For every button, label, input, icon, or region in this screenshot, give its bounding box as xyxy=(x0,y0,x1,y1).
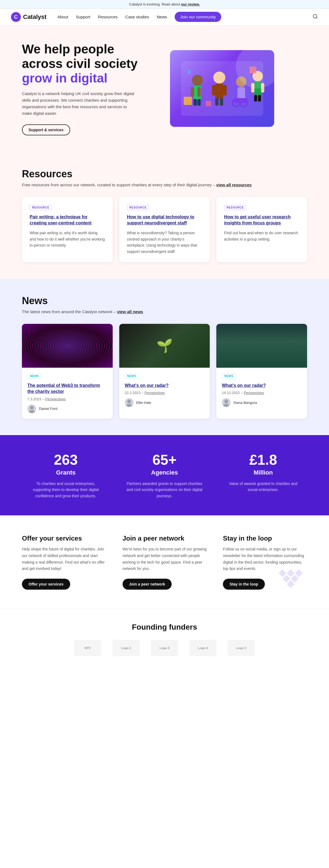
svg-rect-26 xyxy=(184,97,192,105)
svg-rect-40 xyxy=(291,575,299,583)
stat-label-1: Grants xyxy=(22,469,110,476)
cta-col-1: Offer your services Help shape the futur… xyxy=(22,534,106,590)
news-card-2-body: News What's on our radar? 22.2.2023 – Pe… xyxy=(119,368,210,412)
news-author-3: Siana Bangura xyxy=(222,398,302,407)
resource-tag-1: Resource xyxy=(30,205,52,210)
news-card-1-body: News The potential of Web3 to transform … xyxy=(22,368,113,418)
navbar: C Catalyst About Support Resources Case … xyxy=(0,9,329,26)
news-card-2-title[interactable]: What's on our radar? xyxy=(125,382,205,389)
news-image-forest xyxy=(216,324,307,368)
news-title: News xyxy=(22,295,307,307)
news-image-tunnel xyxy=(22,324,113,368)
hero-accent: grow in digital xyxy=(22,71,108,85)
author-name-3: Siana Bangura xyxy=(233,401,257,405)
view-all-news-link[interactable]: view all news xyxy=(117,309,143,314)
news-meta-3: 14.12.2022 – Perspectives xyxy=(222,391,302,395)
svg-rect-6 xyxy=(198,87,201,97)
resources-cards: Resource Pair writing: a technique for c… xyxy=(22,197,307,262)
nav-link-about[interactable]: About xyxy=(58,14,68,19)
stat-number-3: £1.8 xyxy=(219,452,307,468)
news-card-1-title[interactable]: The potential of Web3 to transform the c… xyxy=(27,382,107,395)
stat-label-3: Million xyxy=(219,469,307,476)
svg-rect-16 xyxy=(237,87,245,99)
resource-title-3[interactable]: How to get useful user research insights… xyxy=(224,214,299,226)
svg-point-33 xyxy=(126,404,132,407)
stat-number-2: 65+ xyxy=(121,452,208,468)
news-card-3: News What's on our radar? 14.12.2022 – P… xyxy=(216,324,307,418)
author-avatar-2 xyxy=(125,398,133,407)
funder-logo-1: NTV xyxy=(74,640,101,656)
resource-tag-3: Resource xyxy=(224,205,246,210)
join-community-button[interactable]: Join our community xyxy=(175,12,221,22)
view-all-resources-link[interactable]: view all resources xyxy=(216,183,252,187)
svg-rect-37 xyxy=(287,569,295,577)
hero-illustration xyxy=(170,50,274,127)
nav-link-resources[interactable]: Resources xyxy=(98,14,118,19)
svg-rect-24 xyxy=(254,95,257,102)
svg-rect-25 xyxy=(258,95,261,102)
cta-col-2: Join a peer network We're keen for you t… xyxy=(123,534,207,590)
resource-body-1: What pair writing is, why it's worth doi… xyxy=(30,230,105,248)
svg-point-34 xyxy=(224,400,228,403)
stat-number-1: 263 xyxy=(22,452,110,468)
cta-title-3: Stay in the loop xyxy=(223,534,307,542)
svg-point-0 xyxy=(313,14,317,18)
cta-button-1[interactable]: Offer your services xyxy=(22,579,70,590)
resource-title-1[interactable]: Pair writing: a technique for creating u… xyxy=(30,214,105,226)
svg-rect-19 xyxy=(234,98,248,103)
svg-rect-10 xyxy=(215,84,223,99)
stat-desc-1: To charities and social enterprises, sup… xyxy=(27,480,104,499)
news-author-2: Ellie Hale xyxy=(125,398,205,407)
svg-rect-13 xyxy=(215,98,218,106)
news-card-2: News What's on our radar? 22.2.2023 – Pe… xyxy=(119,324,210,418)
funders-logos: NTV Logo 2 Logo 3 Logo 4 Logo 5 xyxy=(22,640,307,656)
search-button[interactable] xyxy=(312,14,318,21)
cta-title-1: Offer your services xyxy=(22,534,106,542)
hero-heading: We help people across civil society grow… xyxy=(22,42,159,86)
author-name-1: Daniel Ford xyxy=(39,407,57,411)
cta-button-2[interactable]: Join a peer network xyxy=(123,579,172,590)
svg-point-35 xyxy=(223,404,229,407)
svg-rect-36 xyxy=(278,569,286,577)
resources-section: Resources Free resources from across our… xyxy=(0,152,329,279)
resource-card-2: Resource How to use digital technology t… xyxy=(119,197,210,262)
nav-link-case-studies[interactable]: Case studies xyxy=(125,14,149,19)
cta-button-3[interactable]: Stay in the loop xyxy=(223,579,265,590)
svg-point-30 xyxy=(30,406,34,410)
news-section: News The latest news from around the Cat… xyxy=(0,279,329,435)
svg-rect-41 xyxy=(287,580,295,588)
news-category-link-2[interactable]: Perspectives xyxy=(145,391,165,395)
svg-point-28 xyxy=(187,70,191,74)
stat-desc-2: Partners awarded grants to support chari… xyxy=(126,480,203,499)
hero-cta-button[interactable]: Support & services xyxy=(22,124,70,135)
svg-rect-5 xyxy=(191,87,194,97)
nav-link-support[interactable]: Support xyxy=(76,14,90,19)
cta-decoration xyxy=(274,559,307,592)
svg-rect-39 xyxy=(283,575,290,583)
svg-rect-7 xyxy=(193,99,197,106)
resource-tag-2: Resource xyxy=(127,205,149,210)
news-image-plant xyxy=(119,324,210,368)
hero-section: We help people across civil society grow… xyxy=(0,26,329,152)
svg-rect-29 xyxy=(206,101,211,106)
banner-link[interactable]: our review. xyxy=(181,2,200,6)
news-category-link-1[interactable]: Perspectives xyxy=(45,397,65,401)
cta-section: Offer your services Help shape the futur… xyxy=(0,516,329,609)
stat-desc-3: Value of awards granted to charities and… xyxy=(225,480,302,493)
svg-rect-11 xyxy=(212,85,215,95)
resources-title: Resources xyxy=(22,168,307,180)
stat-label-2: Agencies xyxy=(121,469,208,476)
nav-link-news[interactable]: News xyxy=(157,14,167,19)
logo-icon: C xyxy=(11,12,21,22)
news-category-link-3[interactable]: Perspectives xyxy=(244,391,264,395)
resource-title-2[interactable]: How to use digital technology to support… xyxy=(127,214,202,226)
news-tag-2: News xyxy=(125,373,139,379)
nav-logo[interactable]: C Catalyst xyxy=(11,12,47,22)
funder-logo-2: Logo 2 xyxy=(112,640,140,656)
hero-description: Catalyst is a network helping UK civil s… xyxy=(22,90,137,117)
news-meta-2: 22.2.2023 – Perspectives xyxy=(125,391,205,395)
cta-columns: Offer your services Help shape the futur… xyxy=(22,534,307,590)
resource-body-3: Find out how and when to do user researc… xyxy=(224,230,299,242)
news-card-3-title[interactable]: What's on our radar? xyxy=(222,382,302,389)
stat-3: £1.8 Million Value of awards granted to … xyxy=(219,452,307,499)
